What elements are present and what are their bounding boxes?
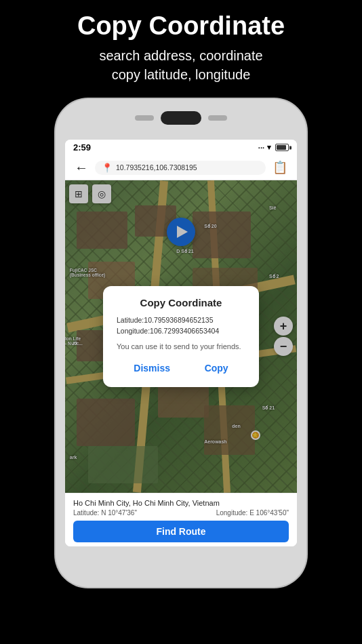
speaker-right (208, 115, 227, 121)
location-name: Ho Chi Minh City, Ho Chi Minh City, Viet… (73, 499, 289, 507)
dialog-actions: Dismiss Copy (117, 360, 245, 376)
wifi-icon: ▾ (267, 143, 271, 152)
clipboard-button[interactable]: 📋 (270, 159, 290, 176)
phone-mockup: 2:59 ··· ▾ ← 📍 10.7935216,106.7308195 📋 (56, 99, 306, 587)
bottom-info: Ho Chi Minh City, Ho Chi Minh City, Viet… (65, 493, 297, 546)
dialog-overlay: Copy Coordinate Latitude:10.795936894652… (65, 180, 297, 493)
dismiss-button[interactable]: Dismiss (125, 360, 178, 376)
dialog-title: Copy Coordinate (117, 297, 245, 308)
longitude-label: Longitude: (117, 327, 150, 335)
copy-coordinate-dialog: Copy Coordinate Latitude:10.795936894652… (103, 286, 259, 387)
dots-icon: ··· (258, 144, 264, 152)
dialog-message: You can use it to send to your friends. (117, 342, 245, 350)
status-time: 2:59 (73, 142, 91, 153)
back-button[interactable]: ← (72, 159, 91, 177)
status-bar: 2:59 ··· ▾ (65, 140, 297, 156)
speaker-left (135, 115, 154, 121)
latitude-value: 10.795936894652135 (144, 316, 213, 324)
app-subtitle: search address, coordinatecopy latitude,… (14, 46, 348, 84)
status-icons: ··· ▾ (258, 143, 289, 152)
header: Copy Coordinate search address, coordina… (0, 0, 362, 92)
phone-screen: 2:59 ··· ▾ ← 📍 10.7935216,106.7308195 📋 (65, 140, 297, 546)
longitude-value: 106.72993406653404 (150, 327, 219, 335)
phone-camera (161, 111, 201, 125)
coordinate-text: 10.7935216,106.7308195 (116, 163, 197, 172)
coords-row: Latitude: N 10°47'36" Longitude: E 106°4… (73, 509, 289, 517)
app-title: Copy Coordinate (14, 12, 348, 41)
map-area[interactable]: ⊞ ◎ + − Siê Số 20 D Số 21 FujiCAC JSC(Bu… (65, 180, 297, 493)
latitude-display: Latitude: N 10°47'36" (73, 509, 137, 517)
find-route-button[interactable]: Find Route (73, 521, 289, 542)
pin-icon: 📍 (102, 163, 113, 173)
location-bar[interactable]: 📍 10.7935216,106.7308195 (95, 161, 266, 175)
nav-bar: ← 📍 10.7935216,106.7308195 📋 (65, 156, 297, 180)
phone-top-bar (135, 111, 227, 125)
latitude-label: Latitude: (117, 316, 144, 324)
battery-icon (275, 144, 289, 151)
dialog-coordinates: Latitude:10.795936894652135 Longitude:10… (117, 315, 245, 337)
longitude-display: Longitude: E 106°43'50" (216, 509, 289, 517)
copy-button[interactable]: Copy (197, 360, 237, 376)
